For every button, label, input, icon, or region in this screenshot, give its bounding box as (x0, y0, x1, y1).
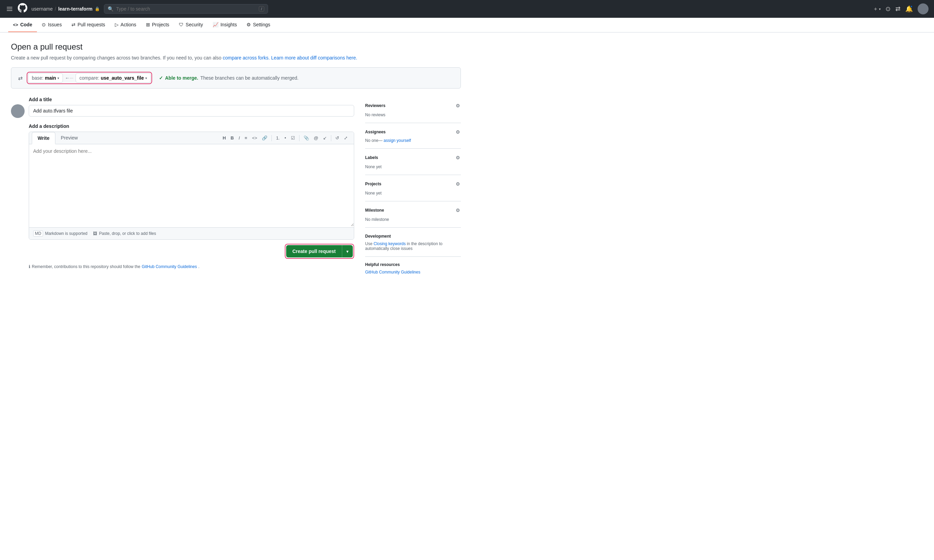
community-guidelines-helpful-link[interactable]: GitHub Community Guidelines (365, 270, 461, 275)
code-icon: <> (13, 22, 18, 27)
sidebar-milestone-section: Milestone ⚙ No milestone (365, 202, 461, 228)
base-branch-name: main (45, 75, 56, 81)
title-label: Add a title (29, 97, 354, 102)
file-note[interactable]: 🖼 Paste, drop, or click to add files (93, 231, 156, 236)
merge-status-bold: Able to merge. (165, 75, 198, 81)
toolbar-undo-btn[interactable]: ↺ (333, 134, 341, 142)
avatar[interactable] (918, 3, 929, 14)
sidebar-reviewers-section: Reviewers ⚙ No reviews (365, 97, 461, 123)
reviewers-gear-button[interactable]: ⚙ (455, 102, 461, 109)
learn-more-link[interactable]: Learn more about diff comparisons here. (271, 55, 357, 60)
labels-value: None yet (365, 165, 382, 169)
development-prefix: Use (365, 242, 374, 246)
nav-item-pulls[interactable]: ⇄ Pull requests (67, 18, 110, 32)
pr-sidebar: Reviewers ⚙ No reviews Assignees ⚙ No on… (365, 97, 461, 275)
milestone-title: Milestone (365, 208, 384, 213)
labels-gear-button[interactable]: ⚙ (455, 154, 461, 161)
nav-item-projects[interactable]: ⊞ Projects (141, 18, 174, 32)
pull-requests-button[interactable]: ⇄ (896, 5, 900, 13)
sync-button[interactable]: ⇄ (17, 74, 24, 83)
closing-keywords-link[interactable]: Closing keywords (374, 242, 406, 246)
base-caret-icon: ▾ (57, 76, 59, 80)
branch-selector-highlight: base: main ▾ ← ··· compare: use_auto_var… (27, 72, 152, 84)
subtitle-text: Create a new pull request by comparing c… (11, 55, 222, 60)
community-guidelines-link[interactable]: GitHub Community Guidelines (142, 264, 197, 269)
preview-tab[interactable]: Preview (55, 132, 83, 144)
reviewers-title: Reviewers (365, 103, 385, 108)
nav-pulls-label: Pull requests (78, 22, 105, 27)
create-pr-dropdown-button[interactable]: ▾ (342, 245, 353, 257)
milestone-gear-button[interactable]: ⚙ (455, 207, 461, 214)
projects-icon: ⊞ (146, 22, 150, 27)
username-text[interactable]: username (31, 6, 53, 12)
nav-item-code[interactable]: <> Code (8, 18, 37, 32)
pr-form: Add a title Add a description Write Prev… (11, 97, 354, 275)
repo-name-text[interactable]: learn-terraform (58, 6, 92, 12)
toolbar-bold-btn[interactable]: B (229, 134, 236, 142)
sidebar-development-section: Development Use Closing keywords in the … (365, 228, 461, 257)
compare-caret-icon: ▾ (145, 76, 147, 80)
file-note-text: Paste, drop, or click to add files (99, 231, 156, 236)
merge-status-text: These branches can be automatically merg… (200, 75, 299, 81)
toolbar-quote-btn[interactable]: ≡ (243, 134, 249, 142)
projects-title: Projects (365, 182, 381, 186)
search-input[interactable] (116, 6, 256, 12)
helpful-title: Helpful resources (365, 262, 461, 267)
title-input[interactable] (29, 105, 354, 117)
issues-button[interactable]: ⊙ (885, 5, 891, 13)
create-pr-button[interactable]: Create pull request (286, 245, 342, 257)
toolbar-fullscreen-btn[interactable]: ⤢ (342, 134, 350, 142)
toolbar-ordered-list-btn[interactable]: 1. (274, 134, 282, 142)
toolbar-divider-2 (299, 135, 300, 141)
toolbar-attach-btn[interactable]: 📎 (302, 134, 311, 142)
sidebar-projects-header: Projects ⚙ (365, 180, 461, 187)
keyboard-shortcut: / (259, 6, 264, 12)
new-menu-button[interactable]: ＋ ▾ (873, 5, 881, 13)
top-nav: username / learn-terraform 🔒 🔍 / ＋ ▾ ⊙ ⇄… (0, 0, 934, 18)
toolbar-code-btn[interactable]: <> (250, 134, 259, 142)
github-logo[interactable] (18, 3, 27, 15)
editor-toolbar: H B I ≡ <> 🔗 1. • ☑ 📎 @ (219, 132, 351, 144)
nav-item-actions[interactable]: ▷ Actions (110, 18, 141, 32)
editor-tabs: Write Preview H B I ≡ <> 🔗 1. • (29, 132, 354, 144)
merge-status: ✓ Able to merge. These branches can be a… (159, 75, 299, 81)
hamburger-button[interactable] (5, 5, 14, 12)
compare-branch-button[interactable]: compare: use_auto_vars_file ▾ (75, 73, 151, 83)
projects-gear-button[interactable]: ⚙ (455, 180, 461, 187)
markdown-text: Markdown is supported (45, 231, 88, 236)
community-notice: ℹ Remember, contributions to this reposi… (29, 264, 354, 269)
community-period: . (198, 264, 199, 269)
notifications-button[interactable]: 🔔 (905, 5, 913, 13)
nav-item-issues[interactable]: ⊙ Issues (37, 18, 66, 32)
assign-yourself-link[interactable]: assign yourself (383, 138, 411, 143)
repo-nav: <> Code ⊙ Issues ⇄ Pull requests ▷ Actio… (0, 18, 934, 32)
assignees-title: Assignees (365, 129, 386, 134)
lock-icon: 🔒 (95, 6, 100, 11)
toolbar-mention-btn[interactable]: @ (312, 134, 320, 142)
description-section: Add a description Write Preview H B I ≡ … (29, 123, 354, 269)
toolbar-italic-btn[interactable]: I (237, 134, 242, 142)
toolbar-reference-btn[interactable]: ↙ (321, 134, 329, 142)
nav-item-security[interactable]: 🛡 Security (174, 18, 208, 32)
compare-forks-link[interactable]: compare across forks. (223, 55, 270, 60)
search-bar[interactable]: 🔍 / (104, 4, 268, 14)
nav-issues-label: Issues (48, 22, 62, 27)
nav-item-insights[interactable]: 📈 Insights (208, 18, 242, 32)
description-textarea[interactable] (29, 144, 354, 226)
toolbar-task-list-btn[interactable]: ☑ (289, 134, 297, 142)
sidebar-labels-section: Labels ⚙ None yet (365, 149, 461, 175)
main-content: Open a pull request Create a new pull re… (0, 32, 472, 284)
nav-item-settings[interactable]: ⚙ Settings (242, 18, 275, 32)
toolbar-divider-3 (331, 135, 331, 141)
toolbar-link-btn[interactable]: 🔗 (260, 134, 269, 142)
write-tab[interactable]: Write (32, 132, 55, 144)
compare-label: compare: (79, 75, 99, 81)
toolbar-heading-btn[interactable]: H (220, 134, 228, 142)
image-icon: 🖼 (93, 231, 97, 236)
title-section: Add a title (11, 97, 354, 118)
chevron-down-icon: ▾ (879, 7, 881, 11)
branch-selector-row: ⇄ base: main ▾ ← ··· compare: use_auto_v… (11, 67, 461, 89)
assignees-gear-button[interactable]: ⚙ (455, 129, 461, 135)
base-branch-button[interactable]: base: main ▾ (28, 73, 63, 83)
toolbar-unordered-list-btn[interactable]: • (282, 134, 288, 142)
